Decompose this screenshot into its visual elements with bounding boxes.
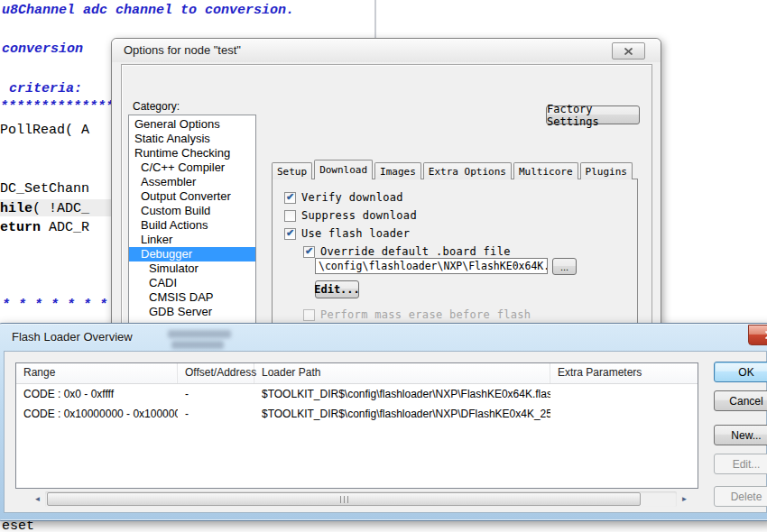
mass-erase-checkbox-row: ✔ Perform mass erase before flash — [303, 308, 531, 321]
code-line: u8Channel adc channel to conversion. — [2, 3, 294, 18]
use-flash-loader-checkbox-row[interactable]: ✔ Use flash loader — [284, 227, 410, 240]
options-dialog-titlebar[interactable]: Options for node "test" — [112, 39, 661, 62]
checkbox-label: Verify download — [301, 191, 403, 204]
override-board-file-checkbox-row[interactable]: ✔ Override default .board file — [303, 245, 511, 258]
checkbox-label: Perform mass erase before flash — [320, 308, 531, 321]
category-item-assembler[interactable]: Assembler — [129, 175, 255, 189]
flash-dialog-client-area: Range Offset/Address Loader Path Extra P… — [4, 351, 767, 513]
browse-button[interactable]: ... — [552, 258, 577, 275]
category-item-runtime-checking[interactable]: Runtime Checking — [129, 146, 255, 161]
cell-loader-path: $TOOLKIT_DIR$\config\flashloader\NXP\Fla… — [254, 384, 550, 404]
scroll-right-button[interactable]: ► — [677, 491, 692, 507]
loader-table: Range Offset/Address Loader Path Extra P… — [15, 362, 698, 489]
category-item-static-analysis[interactable]: Static Analysis — [129, 132, 255, 146]
keyword-fragment: eturn — [0, 220, 41, 235]
code-line: conversion — [2, 41, 83, 57]
tab-images[interactable]: Images — [374, 162, 421, 179]
edit-button: Edit... — [714, 454, 767, 474]
cell-range: CODE : 0x0 - 0xffff — [16, 384, 178, 404]
code-line: DC_SetChann — [0, 181, 89, 197]
category-item-build-actions[interactable]: Build Actions — [129, 218, 255, 233]
table-row[interactable]: CODE : 0x0 - 0xffff - $TOOLKIT_DIR$\conf… — [16, 384, 698, 404]
checkbox-icon[interactable]: ✔ — [284, 228, 296, 240]
tab-setup[interactable]: Setup — [272, 162, 312, 179]
column-header-offset-address[interactable]: Offset/Address — [178, 363, 254, 383]
delete-button: Delete — [714, 486, 767, 507]
cell-offset: - — [178, 384, 254, 404]
checkbox-icon[interactable]: ✔ — [284, 210, 296, 222]
ok-button[interactable]: OK — [714, 362, 767, 382]
cancel-button[interactable]: Cancel — [714, 390, 767, 411]
loader-table-header: Range Offset/Address Loader Path Extra P… — [16, 363, 698, 384]
edit-board-file-button[interactable]: Edit... — [315, 280, 359, 298]
scroll-left-button[interactable]: ◄ — [30, 491, 45, 507]
checkbox-icon: ✔ — [303, 309, 315, 321]
options-dialog-title: Options for node "test" — [124, 39, 241, 62]
glass-blur-artifact — [171, 341, 224, 349]
editor-pane-divider — [374, 0, 376, 38]
table-row[interactable]: CODE : 0x10000000 - 0x100000ff - $TOOLKI… — [16, 404, 698, 424]
cell-range: CODE : 0x10000000 - 0x100000ff — [16, 404, 178, 424]
cell-extra — [550, 404, 698, 424]
glass-blur-artifact — [168, 330, 231, 338]
checkbox-label: Use flash loader — [301, 227, 410, 240]
scrollbar-track[interactable] — [45, 491, 677, 507]
checkbox-icon[interactable]: ✔ — [303, 246, 315, 258]
check-icon: ✔ — [286, 228, 294, 238]
column-header-range[interactable]: Range — [16, 363, 178, 383]
code-fragment: ( !ADC_ — [32, 201, 89, 216]
download-tab-panel: ✔ Verify download ✔ Suppress download ✔ … — [272, 179, 638, 326]
cell-offset: - — [178, 404, 254, 424]
column-header-loader-path[interactable]: Loader Path — [254, 363, 550, 383]
code-fragment: ADC_R — [41, 220, 89, 235]
category-item-linker[interactable]: Linker — [129, 233, 255, 247]
check-icon: ✔ — [286, 192, 294, 202]
checkbox-label: Override default .board file — [320, 245, 511, 258]
close-icon — [624, 48, 633, 55]
horizontal-scrollbar[interactable]: ◄ ► — [30, 491, 692, 507]
category-item-debugger[interactable]: Debugger — [129, 247, 255, 261]
checkbox-icon[interactable]: ✔ — [284, 192, 296, 204]
category-item-cadi[interactable]: CADI — [129, 276, 255, 290]
tab-multicore[interactable]: Multicore — [513, 162, 578, 179]
cell-loader-path: $TOOLKIT_DIR$\config\flashloader\NXP\DFl… — [254, 404, 550, 424]
code-line: hile( !ADC_ — [0, 201, 89, 216]
factory-settings-button[interactable]: Factory Settings — [546, 105, 640, 124]
code-line: eturn ADC_R — [0, 220, 89, 235]
code-line: ******************** — [0, 99, 112, 115]
code-line: criteria: — [9, 81, 90, 96]
check-icon: ✔ — [305, 246, 313, 256]
new-button[interactable]: New... — [714, 425, 767, 445]
tab-strip: Setup Download Images Extra Options Mult… — [272, 160, 634, 179]
category-item-simulator[interactable]: Simulator — [129, 261, 255, 276]
category-item-output-converter[interactable]: Output Converter — [129, 189, 255, 204]
category-item-gdb-server[interactable]: GDB Server — [129, 305, 255, 319]
keyword-fragment: hile — [0, 201, 32, 216]
suppress-download-checkbox-row[interactable]: ✔ Suppress download — [284, 209, 417, 222]
category-item-general-options[interactable]: General Options — [129, 117, 255, 132]
close-button[interactable] — [748, 325, 767, 345]
tab-extra-options[interactable]: Extra Options — [423, 162, 512, 179]
flash-dialog-title: Flash Loader Overview — [12, 324, 133, 351]
scroll-right-icon: ► — [681, 495, 688, 503]
options-dialog: Options for node "test" Category: Genera… — [111, 38, 661, 326]
scrollbar-thumb[interactable] — [47, 492, 641, 506]
cell-extra — [550, 384, 698, 404]
scrollbar-grip-icon — [340, 496, 348, 503]
close-button[interactable] — [612, 42, 645, 60]
checkbox-label: Suppress download — [301, 209, 417, 222]
scroll-left-icon: ◄ — [34, 495, 42, 503]
tab-download[interactable]: Download — [314, 160, 373, 179]
board-file-input[interactable]: \config\flashloader\NXP\FlashKE0x64K.boa… — [315, 258, 548, 274]
verify-download-checkbox-row[interactable]: ✔ Verify download — [284, 191, 403, 204]
flash-loader-overview-dialog: Flash Loader Overview Range Offset/Addre… — [0, 323, 767, 521]
category-item-compiler[interactable]: C/C++ Compiler — [129, 161, 255, 175]
code-line: PollRead( A — [0, 123, 89, 138]
category-label: Category: — [133, 100, 180, 113]
category-item-cmsis-dap[interactable]: CMSIS DAP — [129, 290, 255, 305]
column-header-extra-parameters[interactable]: Extra Parameters — [550, 363, 698, 383]
category-listbox[interactable]: General Options Static Analysis Runtime … — [128, 115, 256, 326]
category-item-custom-build[interactable]: Custom Build — [129, 204, 255, 218]
tab-plugins[interactable]: Plugins — [580, 162, 633, 179]
